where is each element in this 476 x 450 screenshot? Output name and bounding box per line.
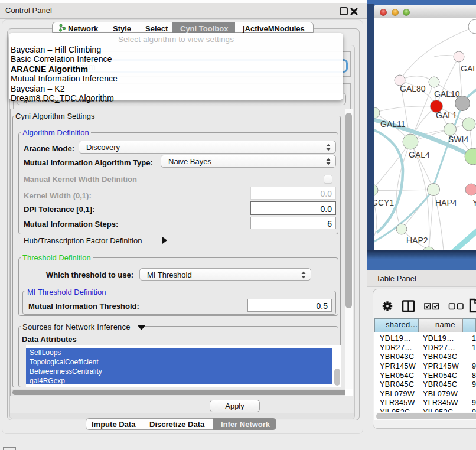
svg-text:GAL4: GAL4 [409, 150, 430, 159]
svg-text:GAL: GAL [461, 64, 476, 73]
svg-text:HAP4: HAP4 [435, 198, 457, 207]
svg-text:HAP2: HAP2 [406, 236, 428, 245]
svg-text:GAL10: GAL10 [434, 89, 460, 99]
svg-text:GAL11: GAL11 [380, 119, 406, 129]
svg-text:GAL1: GAL1 [436, 110, 457, 120]
svg-text:GCY1: GCY1 [374, 198, 394, 207]
svg-text:GAL80: GAL80 [400, 84, 426, 93]
svg-text:Y: Y [472, 198, 476, 207]
svg-text:SWI4: SWI4 [448, 135, 468, 144]
